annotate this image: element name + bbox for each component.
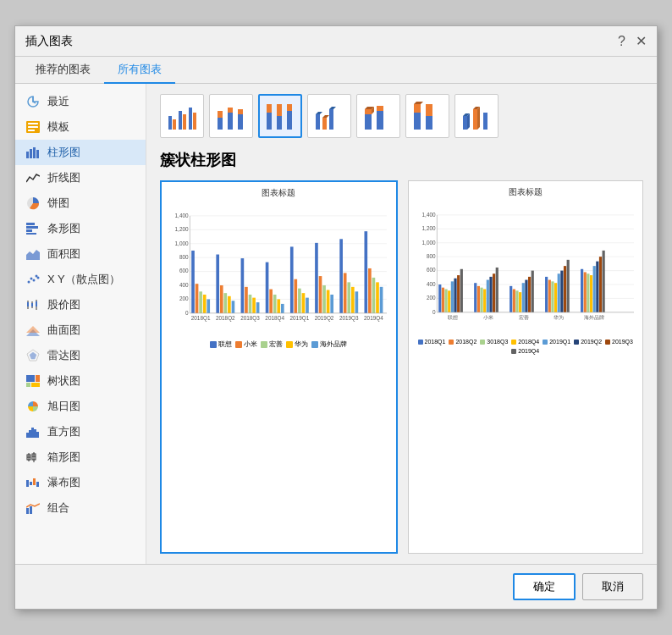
svg-text:华为: 华为 <box>554 314 564 320</box>
chart-type-clustered[interactable] <box>160 94 204 138</box>
svg-rect-50 <box>30 506 32 514</box>
template-icon <box>25 119 41 135</box>
svg-text:2019Q1: 2019Q1 <box>290 315 310 322</box>
legend-label-3: 宏善 <box>269 340 283 349</box>
svg-rect-29 <box>26 375 35 382</box>
svg-rect-139 <box>339 239 343 313</box>
svg-rect-35 <box>29 430 31 438</box>
close-icon[interactable]: ✕ <box>636 33 647 49</box>
svg-rect-55 <box>189 108 192 130</box>
preview-chart-1[interactable]: 图表标题 0 200 400 <box>160 180 398 554</box>
svg-rect-188 <box>489 277 492 312</box>
tab-recommended[interactable]: 推荐的图表 <box>22 57 104 84</box>
svg-rect-130 <box>294 279 297 313</box>
chart-type-3d-stacked[interactable] <box>356 94 400 138</box>
sidebar-item-area[interactable]: 面积图 <box>15 241 146 267</box>
svg-marker-83 <box>414 102 423 104</box>
chart-type-3d-stacked100[interactable] <box>405 94 449 138</box>
sidebar-item-hbar[interactable]: 条形图 <box>15 216 146 241</box>
legend-item-3: 宏善 <box>261 340 283 349</box>
sidebar-label-recent: 最近 <box>47 94 69 109</box>
chart-type-3d-clustered[interactable] <box>307 94 351 138</box>
svg-marker-26 <box>26 326 40 333</box>
chart-type-stacked100[interactable] <box>258 94 302 138</box>
svg-rect-125 <box>269 290 273 313</box>
svg-marker-28 <box>30 352 36 359</box>
svg-marker-13 <box>26 250 40 260</box>
sidebar: 最近 模板 柱形图 折线图 <box>15 84 146 564</box>
confirm-button[interactable]: 确定 <box>513 573 576 600</box>
svg-rect-213 <box>598 257 601 312</box>
svg-rect-113 <box>207 299 210 312</box>
sidebar-item-sunburst[interactable]: 旭日图 <box>15 394 146 419</box>
svg-rect-109 <box>191 251 195 313</box>
svg-rect-184 <box>476 286 479 312</box>
svg-rect-52 <box>173 119 176 130</box>
svg-text:小米: 小米 <box>482 314 493 320</box>
svg-rect-145 <box>368 268 372 313</box>
sidebar-item-recent[interactable]: 最近 <box>15 89 146 114</box>
sidebar-item-waterfall[interactable]: 瀑布图 <box>15 470 146 495</box>
tab-all[interactable]: 所有图表 <box>104 57 175 84</box>
svg-rect-22 <box>31 303 33 306</box>
sidebar-label-bar: 柱形图 <box>47 145 80 160</box>
title-bar-controls: ? ✕ <box>618 33 647 49</box>
sidebar-label-surface: 曲面图 <box>47 323 80 338</box>
sidebar-item-line[interactable]: 折线图 <box>15 165 146 190</box>
sidebar-item-pie[interactable]: 饼图 <box>15 190 146 216</box>
chart-type-stacked[interactable] <box>209 94 253 138</box>
svg-text:600: 600 <box>179 268 189 273</box>
svg-point-14 <box>28 281 30 284</box>
svg-text:宏善: 宏善 <box>518 314 528 320</box>
legend-color-q7 <box>605 340 610 345</box>
svg-rect-1 <box>28 123 38 124</box>
svg-rect-195 <box>521 283 524 312</box>
sidebar-item-histogram[interactable]: 直方图 <box>15 419 146 444</box>
svg-rect-177 <box>444 289 447 312</box>
sidebar-label-scatter: X Y（散点图） <box>47 272 120 287</box>
svg-rect-137 <box>327 290 330 312</box>
svg-rect-129 <box>290 246 294 312</box>
svg-rect-51 <box>168 116 172 130</box>
chart2-legend-q5: 2019Q1 <box>543 339 570 345</box>
svg-rect-146 <box>372 278 376 313</box>
svg-rect-175 <box>438 284 441 312</box>
svg-rect-132 <box>302 293 306 313</box>
svg-rect-120 <box>245 287 248 313</box>
sidebar-item-bar[interactable]: 柱形图 <box>15 140 146 165</box>
legend-color-2 <box>235 341 242 348</box>
sidebar-item-radar[interactable]: 雷达图 <box>15 343 146 368</box>
preview-chart-2[interactable]: 图表标题 0 200 400 <box>408 180 644 554</box>
sidebar-item-box[interactable]: 箱形图 <box>15 444 146 470</box>
surface-icon <box>25 323 41 338</box>
svg-rect-208 <box>583 272 586 312</box>
sidebar-item-combo[interactable]: 组合 <box>15 495 146 521</box>
svg-rect-60 <box>228 108 233 113</box>
sidebar-label-sunburst: 旭日图 <box>47 399 80 414</box>
svg-rect-135 <box>319 276 322 313</box>
svg-rect-131 <box>298 289 301 313</box>
chart-type-3d-bar[interactable] <box>454 94 498 138</box>
sidebar-item-stock[interactable]: 股价图 <box>15 292 146 318</box>
sidebar-item-treemap[interactable]: 树状图 <box>15 368 146 394</box>
svg-text:800: 800 <box>179 254 189 260</box>
sidebar-item-surface[interactable]: 曲面图 <box>15 318 146 343</box>
legend-label-2: 小米 <box>244 340 257 349</box>
svg-rect-200 <box>548 280 550 312</box>
sidebar-item-scatter[interactable]: X Y（散点图） <box>15 267 146 292</box>
sidebar-item-template[interactable]: 模板 <box>15 114 146 140</box>
svg-rect-142 <box>351 287 355 313</box>
chart2-legend-q4: 2018Q4 <box>511 339 539 345</box>
legend-label-5: 海外品牌 <box>320 340 347 349</box>
svg-rect-61 <box>238 114 243 130</box>
cancel-button[interactable]: 取消 <box>582 573 643 600</box>
svg-text:联想: 联想 <box>447 314 457 320</box>
legend-color-3 <box>261 341 267 348</box>
svg-rect-11 <box>26 229 32 232</box>
svg-rect-126 <box>273 295 277 313</box>
svg-rect-45 <box>26 480 29 487</box>
chart-type-selector <box>160 94 643 138</box>
help-icon[interactable]: ? <box>618 34 625 49</box>
combo-icon <box>25 500 41 516</box>
svg-marker-74 <box>329 107 336 109</box>
